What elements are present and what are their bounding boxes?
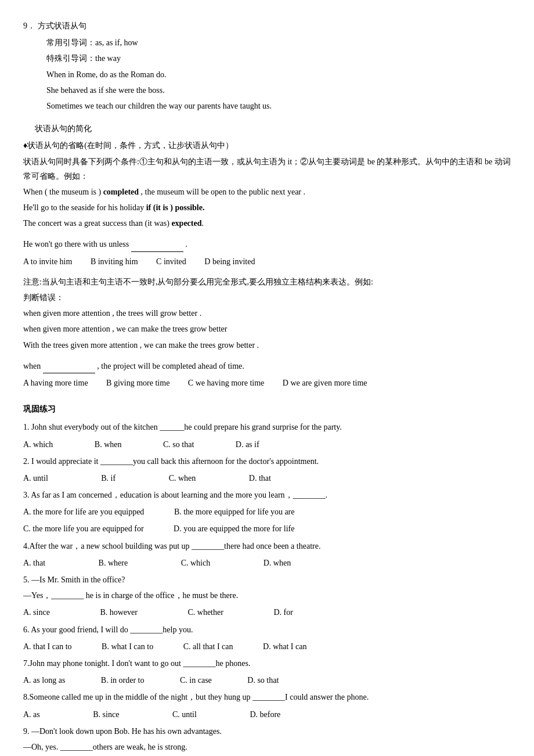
- exercise-item-3: 3. As far as I am concerned，education is…: [23, 488, 511, 537]
- example-expected: The concert was a great success than (it…: [23, 216, 511, 231]
- exercise-2-options: A. until B. if C. when D. that: [23, 471, 511, 485]
- judge-error: 判断错误：: [23, 290, 511, 305]
- exercise-item-5: 5. —Is Mr. Smith in the office? —Yes，___…: [23, 573, 511, 620]
- exercise-7-options: A. as long as B. in order to C. in case …: [23, 673, 511, 687]
- exercise-item-6: 6. As your good friend, I will do ______…: [23, 622, 511, 654]
- exercise-5-subtext: —Yes，________ he is in charge of the off…: [23, 588, 511, 603]
- example-possible: He'll go to the seaside for his holiday …: [23, 200, 511, 215]
- exercise-7-text: 7.John may phone tonight. I don't want t…: [23, 656, 511, 671]
- blank2: [43, 358, 95, 373]
- exercise-item-7: 7.John may phone tonight. I don't want t…: [23, 656, 511, 687]
- exercise-9-subtext: —Oh, yes. ________others are weak, he is…: [23, 740, 511, 754]
- options-q2: A having more time B giving more time C …: [23, 376, 511, 390]
- exercise-1-options: A. which B. when C. so that D. as if: [23, 437, 511, 452]
- exercise-4-options: A. that B. where C. which D. when: [23, 556, 511, 570]
- exercise-item-8: 8.Someone called me up in the middle of …: [23, 690, 511, 721]
- example-teach: Sometimes we teach our children the way …: [23, 99, 511, 113]
- note-text: 注意:当从句主语和主句主语不一致时,从句部分要么用完全形式,要么用独立主格结构来…: [23, 275, 511, 289]
- exercise-9-text: 9. —Don't look down upon Bob. He has his…: [23, 724, 511, 739]
- correct1: With the trees given more attention , we…: [23, 338, 511, 352]
- exercise-item-9: 9. —Don't look down upon Bob. He has his…: [23, 724, 511, 756]
- options-q1: A to invite him B inviting him C invited…: [23, 254, 511, 269]
- common-connectors: 常用引导词：as, as if, how: [23, 35, 511, 50]
- exercise-1-text: 1. John shut everybody out of the kitche…: [23, 420, 511, 434]
- wrong1: when given more attention , the trees wi…: [23, 306, 511, 321]
- condition-text: 状语从句同时具备下列两个条件:①主句和从句的主语一致，或从句主语为 it；②从句…: [23, 154, 511, 183]
- diamond-note: ♦状语从句的省略(在时间，条件，方式，让步状语从句中）: [23, 138, 511, 153]
- exercise-3-text: 3. As far as I am concerned，education is…: [23, 488, 511, 502]
- exercise-8-options: A. as B. since C. until D. before: [23, 707, 511, 722]
- blank-sentence1: He won't go there with us unless .: [23, 236, 511, 251]
- example-rome: When in Rome, do as the Roman do.: [23, 67, 511, 82]
- exercise-item-2: 2. I would appreciate it ________you cal…: [23, 454, 511, 485]
- exercise-3-options-ab: A. the more for life are you equipped B.…: [23, 505, 511, 519]
- wrong2: when given more attention , we can make …: [23, 322, 511, 336]
- exercise-6-text: 6. As your good friend, I will do ______…: [23, 622, 511, 637]
- exercise-5-options: A. since B. however C. whether D. for: [23, 605, 511, 620]
- example-completed: When ( the museum is ) completed , the m…: [23, 185, 511, 199]
- blank1: [131, 236, 183, 251]
- simplification-title: 状语从句的简化: [23, 121, 511, 136]
- example-boss: She behaved as if she were the boss.: [23, 83, 511, 98]
- section9-title: 9． 方式状语从句: [23, 19, 511, 33]
- main-content: 9． 方式状语从句 常用引导词：as, as if, how 特殊引导词：the…: [23, 19, 511, 756]
- exercise-3-options-cd: C. the more life you are equipped for D.…: [23, 521, 511, 536]
- exercise-item-4: 4.After the war，a new school building wa…: [23, 539, 511, 570]
- exercise-2-text: 2. I would appreciate it ________you cal…: [23, 454, 511, 469]
- exercise-title: 巩固练习: [23, 402, 511, 416]
- exercise-5-text: 5. —Is Mr. Smith in the office?: [23, 573, 511, 587]
- blank-sentence2: when , the project will be completed ahe…: [23, 358, 511, 373]
- exercise-8-text: 8.Someone called me up in the middle of …: [23, 690, 511, 704]
- exercise-6-options: A. that I can to B. what I can to C. all…: [23, 639, 511, 654]
- special-connectors: 特殊引导词：the way: [23, 51, 511, 66]
- exercise-item-1: 1. John shut everybody out of the kitche…: [23, 420, 511, 451]
- exercise-4-text: 4.After the war，a new school building wa…: [23, 539, 511, 553]
